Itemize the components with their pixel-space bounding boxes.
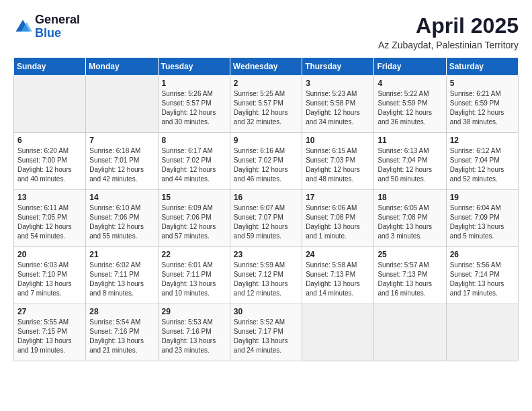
calendar-cell: 21Sunrise: 6:02 AM Sunset: 7:11 PM Dayli…	[86, 247, 158, 304]
weekday-header-row: SundayMondayTuesdayWednesdayThursdayFrid…	[14, 58, 519, 76]
calendar-cell: 30Sunrise: 5:52 AM Sunset: 7:17 PM Dayli…	[230, 304, 302, 361]
calendar-cell: 10Sunrise: 6:15 AM Sunset: 7:03 PM Dayli…	[302, 133, 374, 190]
calendar-cell: 1Sunrise: 5:26 AM Sunset: 5:57 PM Daylig…	[158, 76, 230, 133]
cell-info: Sunrise: 6:21 AM Sunset: 6:59 PM Dayligh…	[450, 89, 515, 127]
calendar-cell: 25Sunrise: 5:57 AM Sunset: 7:13 PM Dayli…	[374, 247, 446, 304]
day-number: 22	[162, 250, 226, 259]
calendar-cell: 12Sunrise: 6:12 AM Sunset: 7:04 PM Dayli…	[446, 133, 518, 190]
week-row-4: 20Sunrise: 6:03 AM Sunset: 7:10 PM Dayli…	[14, 247, 519, 304]
day-number: 9	[234, 136, 298, 145]
calendar-cell	[86, 76, 158, 133]
cell-info: Sunrise: 5:26 AM Sunset: 5:57 PM Dayligh…	[162, 89, 226, 127]
day-number: 11	[378, 136, 442, 145]
week-row-2: 6Sunrise: 6:20 AM Sunset: 7:00 PM Daylig…	[14, 133, 519, 190]
day-number: 1	[162, 79, 226, 88]
month-title: April 2025	[378, 13, 519, 38]
logo-text: General Blue	[35, 13, 80, 40]
cell-info: Sunrise: 6:15 AM Sunset: 7:03 PM Dayligh…	[306, 146, 370, 184]
day-number: 28	[89, 307, 154, 316]
calendar-cell: 29Sunrise: 5:53 AM Sunset: 7:16 PM Dayli…	[158, 304, 230, 361]
calendar-cell: 16Sunrise: 6:07 AM Sunset: 7:07 PM Dayli…	[230, 190, 302, 247]
cell-info: Sunrise: 6:01 AM Sunset: 7:11 PM Dayligh…	[162, 261, 226, 298]
day-number: 23	[234, 250, 298, 259]
calendar-cell: 19Sunrise: 6:04 AM Sunset: 7:09 PM Dayli…	[446, 190, 518, 247]
day-number: 14	[89, 193, 154, 202]
cell-info: Sunrise: 6:12 AM Sunset: 7:04 PM Dayligh…	[450, 146, 515, 184]
calendar-cell	[446, 304, 518, 361]
day-number: 5	[450, 79, 515, 88]
weekday-header-saturday: Saturday	[446, 58, 518, 76]
calendar-cell: 7Sunrise: 6:18 AM Sunset: 7:01 PM Daylig…	[86, 133, 158, 190]
week-row-3: 13Sunrise: 6:11 AM Sunset: 7:05 PM Dayli…	[14, 190, 519, 247]
cell-info: Sunrise: 6:11 AM Sunset: 7:05 PM Dayligh…	[17, 203, 82, 241]
calendar-cell: 8Sunrise: 6:17 AM Sunset: 7:02 PM Daylig…	[158, 133, 230, 190]
day-number: 3	[306, 79, 370, 88]
day-number: 15	[162, 193, 226, 202]
calendar-cell: 3Sunrise: 5:23 AM Sunset: 5:58 PM Daylig…	[302, 76, 374, 133]
cell-info: Sunrise: 6:04 AM Sunset: 7:09 PM Dayligh…	[450, 203, 515, 241]
cell-info: Sunrise: 6:05 AM Sunset: 7:08 PM Dayligh…	[378, 203, 442, 241]
cell-info: Sunrise: 6:09 AM Sunset: 7:06 PM Dayligh…	[162, 203, 226, 241]
calendar-cell: 27Sunrise: 5:55 AM Sunset: 7:15 PM Dayli…	[14, 304, 86, 361]
cell-info: Sunrise: 5:57 AM Sunset: 7:13 PM Dayligh…	[378, 261, 442, 298]
cell-info: Sunrise: 5:52 AM Sunset: 7:17 PM Dayligh…	[234, 318, 298, 355]
logo-blue-text: Blue	[35, 26, 61, 40]
location-title: Az Zubaydat, Palestinian Territory	[378, 40, 519, 50]
cell-info: Sunrise: 6:07 AM Sunset: 7:07 PM Dayligh…	[234, 203, 298, 241]
day-number: 17	[306, 193, 370, 202]
calendar-cell: 20Sunrise: 6:03 AM Sunset: 7:10 PM Dayli…	[14, 247, 86, 304]
weekday-header-friday: Friday	[374, 58, 446, 76]
calendar-table: SundayMondayTuesdayWednesdayThursdayFrid…	[13, 57, 519, 361]
day-number: 30	[234, 307, 298, 316]
calendar-cell: 28Sunrise: 5:54 AM Sunset: 7:16 PM Dayli…	[86, 304, 158, 361]
cell-info: Sunrise: 5:58 AM Sunset: 7:13 PM Dayligh…	[306, 261, 370, 298]
day-number: 24	[306, 250, 370, 259]
day-number: 8	[162, 136, 226, 145]
weekday-header-sunday: Sunday	[14, 58, 86, 76]
calendar-cell: 9Sunrise: 6:16 AM Sunset: 7:02 PM Daylig…	[230, 133, 302, 190]
cell-info: Sunrise: 6:06 AM Sunset: 7:08 PM Dayligh…	[306, 203, 370, 241]
header: General Blue April 2025 Az Zubaydat, Pal…	[13, 13, 519, 50]
cell-info: Sunrise: 5:53 AM Sunset: 7:16 PM Dayligh…	[162, 318, 226, 355]
calendar-cell: 5Sunrise: 6:21 AM Sunset: 6:59 PM Daylig…	[446, 76, 518, 133]
calendar-cell: 14Sunrise: 6:10 AM Sunset: 7:06 PM Dayli…	[86, 190, 158, 247]
day-number: 18	[378, 193, 442, 202]
day-number: 6	[17, 136, 82, 145]
cell-info: Sunrise: 6:03 AM Sunset: 7:10 PM Dayligh…	[17, 261, 82, 298]
day-number: 29	[162, 307, 226, 316]
cell-info: Sunrise: 5:55 AM Sunset: 7:15 PM Dayligh…	[17, 318, 82, 355]
day-number: 27	[17, 307, 82, 316]
calendar-cell: 22Sunrise: 6:01 AM Sunset: 7:11 PM Dayli…	[158, 247, 230, 304]
calendar-cell: 18Sunrise: 6:05 AM Sunset: 7:08 PM Dayli…	[374, 190, 446, 247]
title-area: April 2025 Az Zubaydat, Palestinian Terr…	[378, 13, 519, 50]
calendar-cell	[14, 76, 86, 133]
day-number: 2	[234, 79, 298, 88]
calendar-cell: 26Sunrise: 5:56 AM Sunset: 7:14 PM Dayli…	[446, 247, 518, 304]
day-number: 20	[17, 250, 82, 259]
weekday-header-thursday: Thursday	[302, 58, 374, 76]
week-row-1: 1Sunrise: 5:26 AM Sunset: 5:57 PM Daylig…	[14, 76, 519, 133]
cell-info: Sunrise: 6:17 AM Sunset: 7:02 PM Dayligh…	[162, 146, 226, 184]
day-number: 7	[89, 136, 154, 145]
logo: General Blue	[13, 13, 80, 40]
day-number: 10	[306, 136, 370, 145]
cell-info: Sunrise: 6:20 AM Sunset: 7:00 PM Dayligh…	[17, 146, 82, 184]
calendar-cell	[302, 304, 374, 361]
day-number: 13	[17, 193, 82, 202]
cell-info: Sunrise: 6:10 AM Sunset: 7:06 PM Dayligh…	[89, 203, 154, 241]
day-number: 26	[450, 250, 515, 259]
cell-info: Sunrise: 6:16 AM Sunset: 7:02 PM Dayligh…	[234, 146, 298, 184]
calendar-cell: 4Sunrise: 5:22 AM Sunset: 5:59 PM Daylig…	[374, 76, 446, 133]
cell-info: Sunrise: 5:23 AM Sunset: 5:58 PM Dayligh…	[306, 89, 370, 127]
calendar-cell: 2Sunrise: 5:25 AM Sunset: 5:57 PM Daylig…	[230, 76, 302, 133]
weekday-header-monday: Monday	[86, 58, 158, 76]
cell-info: Sunrise: 5:59 AM Sunset: 7:12 PM Dayligh…	[234, 261, 298, 298]
calendar-cell: 17Sunrise: 6:06 AM Sunset: 7:08 PM Dayli…	[302, 190, 374, 247]
day-number: 21	[89, 250, 154, 259]
cell-info: Sunrise: 5:25 AM Sunset: 5:57 PM Dayligh…	[234, 89, 298, 127]
cell-info: Sunrise: 6:13 AM Sunset: 7:04 PM Dayligh…	[378, 146, 442, 184]
logo-icon	[13, 17, 32, 36]
calendar-cell: 13Sunrise: 6:11 AM Sunset: 7:05 PM Dayli…	[14, 190, 86, 247]
weekday-header-wednesday: Wednesday	[230, 58, 302, 76]
logo-general-text: General	[35, 13, 80, 26]
